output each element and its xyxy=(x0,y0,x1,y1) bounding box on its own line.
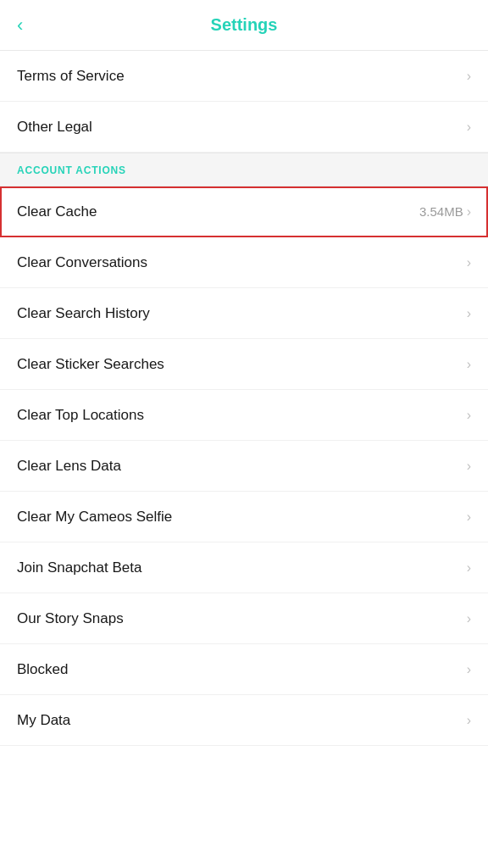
settings-item-my-data[interactable]: My Data › xyxy=(0,695,488,746)
item-right: › xyxy=(467,459,471,474)
settings-item-clear-lens-data[interactable]: Clear Lens Data › xyxy=(0,441,488,492)
chevron-icon: › xyxy=(467,306,471,321)
item-right: 3.54MB › xyxy=(419,204,471,220)
item-value: 3.54MB xyxy=(419,204,463,219)
item-right: › xyxy=(467,120,471,135)
settings-item-clear-my-cameos-selfie[interactable]: Clear My Cameos Selfie › xyxy=(0,492,488,542)
item-right: › xyxy=(467,509,471,525)
chevron-icon: › xyxy=(467,69,471,84)
item-right: › xyxy=(467,306,471,321)
settings-list: Terms of Service › Other Legal › ACCOUNT… xyxy=(0,51,488,746)
item-right: › xyxy=(467,357,471,372)
chevron-icon: › xyxy=(467,357,471,372)
item-label: Blocked xyxy=(17,661,68,678)
back-icon: ‹ xyxy=(17,14,23,36)
account-actions-section-header: ACCOUNT ACTIONS xyxy=(0,153,488,186)
page-title: Settings xyxy=(211,15,278,35)
chevron-icon: › xyxy=(467,204,471,220)
settings-item-blocked[interactable]: Blocked › xyxy=(0,644,488,695)
settings-item-other-legal[interactable]: Other Legal › xyxy=(0,102,488,153)
item-label: My Data xyxy=(17,712,70,729)
item-label: Clear Lens Data xyxy=(17,458,121,475)
item-right: › xyxy=(467,69,471,84)
chevron-icon: › xyxy=(467,255,471,270)
item-label: Clear Conversations xyxy=(17,254,147,271)
settings-item-terms-of-service[interactable]: Terms of Service › xyxy=(0,51,488,102)
section-header-label: ACCOUNT ACTIONS xyxy=(17,164,126,176)
settings-item-our-story-snaps[interactable]: Our Story Snaps › xyxy=(0,593,488,644)
item-right: › xyxy=(467,611,471,626)
chevron-icon: › xyxy=(467,560,471,576)
settings-item-clear-cache[interactable]: Clear Cache 3.54MB › xyxy=(0,186,488,237)
chevron-icon: › xyxy=(467,662,471,677)
item-label: Clear Search History xyxy=(17,305,150,322)
item-right: › xyxy=(467,713,471,728)
chevron-icon: › xyxy=(467,509,471,525)
chevron-icon: › xyxy=(467,713,471,728)
chevron-icon: › xyxy=(467,120,471,135)
settings-item-clear-top-locations[interactable]: Clear Top Locations › xyxy=(0,390,488,441)
chevron-icon: › xyxy=(467,459,471,474)
settings-page: ‹ Settings Terms of Service › Other Lega… xyxy=(0,0,488,746)
item-right: › xyxy=(467,408,471,423)
item-label: Join Snapchat Beta xyxy=(17,559,141,576)
item-label: Clear Top Locations xyxy=(17,407,144,424)
item-right: › xyxy=(467,662,471,677)
item-label: Our Story Snaps xyxy=(17,610,124,627)
settings-item-join-snapchat-beta[interactable]: Join Snapchat Beta › xyxy=(0,542,488,593)
item-label: Clear My Cameos Selfie xyxy=(17,509,172,526)
item-label: Clear Sticker Searches xyxy=(17,356,164,373)
item-right: › xyxy=(467,560,471,576)
header: ‹ Settings xyxy=(0,0,488,51)
back-button[interactable]: ‹ xyxy=(17,14,23,36)
item-label: Clear Cache xyxy=(17,203,97,220)
settings-item-clear-search-history[interactable]: Clear Search History › xyxy=(0,288,488,339)
settings-item-clear-sticker-searches[interactable]: Clear Sticker Searches › xyxy=(0,339,488,390)
chevron-icon: › xyxy=(467,408,471,423)
item-label: Terms of Service xyxy=(17,68,125,85)
item-right: › xyxy=(467,255,471,270)
settings-item-clear-conversations[interactable]: Clear Conversations › xyxy=(0,237,488,288)
item-label: Other Legal xyxy=(17,119,92,136)
chevron-icon: › xyxy=(467,611,471,626)
